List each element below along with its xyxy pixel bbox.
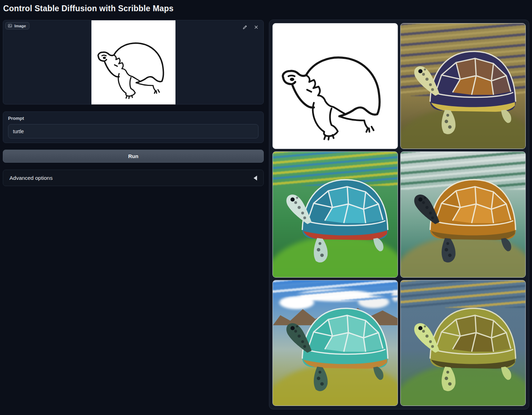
scribble-turtle-thumb (273, 23, 398, 149)
image-input-header: Image (5, 22, 29, 29)
generated-turtle-image (401, 152, 525, 277)
generated-turtle-image (273, 280, 398, 406)
generated-turtle-image (401, 23, 525, 149)
clear-image-button[interactable] (252, 23, 260, 31)
gallery-item-scribble-map[interactable] (272, 23, 398, 149)
gallery-item-turtle-mountain-lake[interactable] (272, 280, 398, 406)
gallery-item-turtle-clear-stream[interactable] (400, 151, 526, 277)
generated-turtle-image (401, 280, 525, 406)
page-title: Control Stable Diffusion with Scribble M… (3, 4, 174, 13)
run-button[interactable]: Run (3, 150, 264, 163)
prompt-input[interactable] (8, 124, 258, 138)
gallery-item-turtle-underwater-sunlight[interactable] (400, 280, 526, 406)
prompt-panel: Prompt (3, 111, 264, 143)
prompt-label: Prompt (8, 116, 258, 121)
scribble-canvas[interactable] (91, 20, 175, 104)
edit-image-button[interactable] (241, 23, 249, 31)
triangle-left-icon (254, 176, 257, 181)
close-icon (254, 25, 259, 30)
image-input-label: Image (14, 24, 26, 28)
pencil-icon (242, 25, 248, 30)
image-icon (8, 23, 12, 28)
generated-turtle-image (273, 152, 398, 277)
gallery-item-turtle-reef-painting[interactable] (272, 151, 398, 277)
output-gallery (269, 20, 529, 409)
advanced-options-accordion[interactable]: Advanced options (3, 170, 264, 186)
advanced-options-label: Advanced options (9, 175, 53, 181)
gallery-grid (272, 23, 526, 406)
gallery-item-turtle-golden-water[interactable] (400, 23, 526, 149)
scribble-turtle-drawing (91, 20, 175, 104)
image-input-panel: Image (3, 20, 264, 104)
